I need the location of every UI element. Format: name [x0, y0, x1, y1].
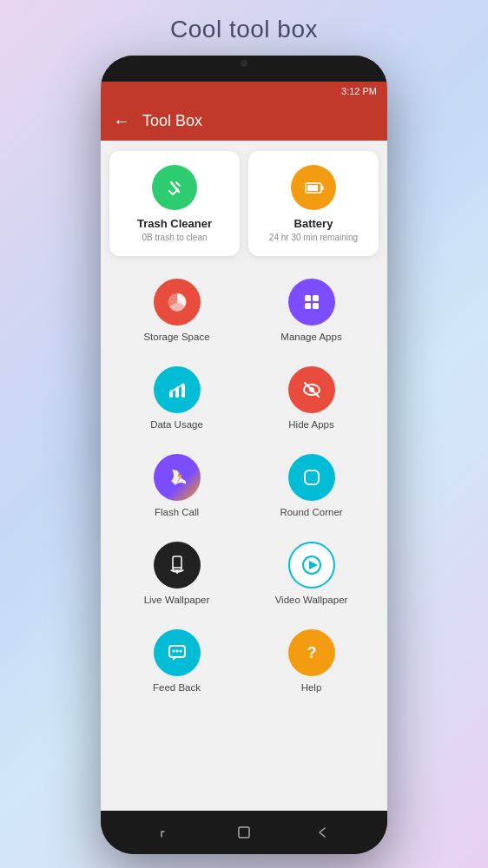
data-usage-label: Data Usage: [150, 419, 203, 430]
storage-space-label: Storage Space: [143, 332, 209, 342]
svg-rect-20: [305, 470, 319, 484]
svg-rect-12: [181, 385, 185, 398]
battery-sub: 24 hr 30 min remaining: [269, 233, 358, 242]
help-label: Help: [301, 682, 322, 693]
phone-top-bezel: [101, 56, 387, 82]
phone-bottom-nav: [101, 811, 387, 854]
battery-name: Battery: [294, 217, 333, 230]
hide-apps-item[interactable]: Hide Apps: [244, 354, 379, 442]
notch: [209, 56, 279, 71]
svg-rect-3: [321, 186, 324, 190]
storage-space-item[interactable]: Storage Space: [109, 266, 244, 354]
feed-back-icon: [154, 629, 201, 676]
phone-wrapper: 3:12 PM ← Tool Box: [101, 56, 387, 854]
home-button[interactable]: [231, 819, 257, 845]
help-item[interactable]: ? Help: [244, 617, 379, 705]
manage-apps-item[interactable]: Manage Apps: [244, 266, 379, 354]
status-bar: 3:12 PM: [101, 82, 387, 101]
featured-row: Trash Cleaner 0B trash to clean Battery …: [101, 141, 387, 266]
svg-rect-6: [305, 295, 311, 301]
svg-rect-9: [313, 303, 319, 309]
svg-marker-25: [309, 561, 318, 569]
recent-apps-button[interactable]: [153, 819, 179, 845]
back-button-nav[interactable]: [309, 819, 335, 845]
svg-rect-31: [239, 827, 249, 838]
status-time: 3:12 PM: [341, 86, 377, 96]
video-wallpaper-item[interactable]: Video Wallpaper: [244, 529, 379, 617]
tools-grid: Storage Space Manage Apps: [101, 266, 387, 705]
data-usage-icon: [154, 366, 201, 413]
trash-cleaner-card[interactable]: Trash Cleaner 0B trash to clean: [109, 151, 240, 256]
manage-apps-label: Manage Apps: [280, 332, 341, 342]
back-button[interactable]: ←: [113, 111, 130, 131]
feed-back-item[interactable]: Feed Back: [109, 617, 244, 705]
svg-point-15: [181, 384, 184, 386]
flash-call-label: Flash Call: [155, 507, 199, 517]
battery-card[interactable]: Battery 24 hr 30 min remaining: [248, 151, 379, 256]
app-bar: ← Tool Box: [101, 101, 387, 141]
svg-point-27: [172, 650, 175, 653]
hide-apps-icon: [288, 366, 335, 413]
hide-apps-label: Hide Apps: [288, 419, 333, 430]
data-usage-item[interactable]: Data Usage: [109, 354, 244, 442]
live-wallpaper-item[interactable]: Live Wallpaper: [109, 529, 244, 617]
round-corner-label: Round Corner: [280, 507, 342, 517]
storage-space-icon: [154, 279, 201, 326]
round-corner-item[interactable]: Round Corner: [244, 442, 379, 529]
battery-icon: [291, 165, 336, 210]
live-wallpaper-label: Live Wallpaper: [144, 595, 210, 605]
front-camera: [241, 60, 247, 67]
flash-call-item[interactable]: Flash Call: [109, 442, 244, 529]
round-corner-icon: [288, 454, 335, 501]
trash-cleaner-name: Trash Cleaner: [137, 217, 212, 230]
svg-rect-8: [305, 303, 311, 309]
svg-point-29: [179, 650, 181, 653]
flash-call-icon: [154, 454, 201, 501]
phone-screen: 3:12 PM ← Tool Box: [101, 82, 387, 811]
svg-point-28: [175, 650, 178, 653]
svg-point-13: [169, 391, 172, 393]
svg-rect-7: [313, 295, 319, 301]
svg-rect-4: [307, 185, 318, 191]
trash-cleaner-icon: [152, 165, 197, 210]
svg-point-14: [175, 387, 178, 390]
page-title-text: Cool tool box: [170, 16, 318, 43]
video-wallpaper-label: Video Wallpaper: [275, 595, 348, 605]
screen-content: Trash Cleaner 0B trash to clean Battery …: [101, 141, 387, 811]
live-wallpaper-icon: [154, 542, 201, 589]
video-wallpaper-icon: [288, 542, 335, 589]
trash-cleaner-sub: 0B trash to clean: [142, 233, 207, 242]
manage-apps-icon: [288, 279, 335, 326]
feed-back-label: Feed Back: [153, 682, 201, 693]
help-icon: ?: [288, 629, 335, 676]
svg-text:?: ?: [307, 644, 316, 661]
app-bar-title: Tool Box: [142, 112, 202, 130]
